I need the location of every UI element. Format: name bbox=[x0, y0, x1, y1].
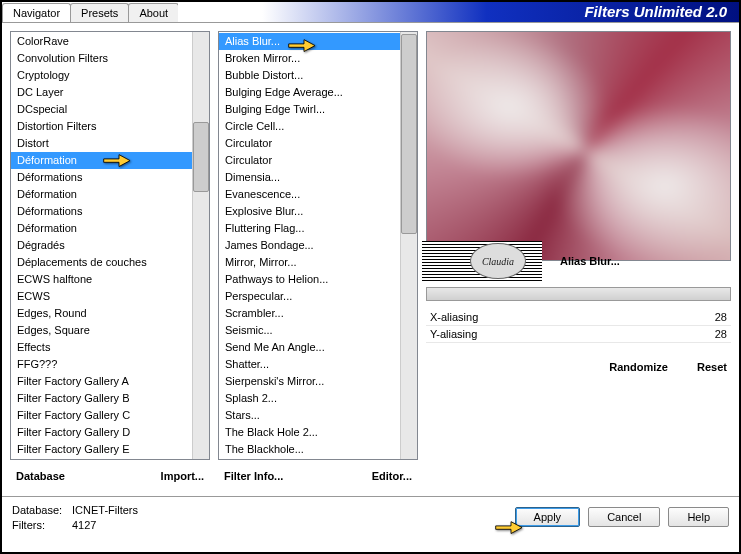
category-item[interactable]: Filter Factory Gallery E bbox=[11, 441, 192, 458]
category-item[interactable]: FFG??? bbox=[11, 356, 192, 373]
category-item[interactable]: Distort bbox=[11, 135, 192, 152]
category-item[interactable]: Filter Factory Gallery C bbox=[11, 407, 192, 424]
filter-item[interactable]: Dimensia... bbox=[219, 169, 400, 186]
category-item[interactable]: ECWS bbox=[11, 288, 192, 305]
filter-count: 4127 bbox=[72, 519, 96, 531]
category-item[interactable]: Déplacements de couches bbox=[11, 254, 192, 271]
filter-item[interactable]: Bubble Distort... bbox=[219, 67, 400, 84]
category-item[interactable]: Déformation bbox=[11, 186, 192, 203]
category-item[interactable]: Filter Factory Gallery A bbox=[11, 373, 192, 390]
param-name: X-aliasing bbox=[430, 311, 478, 323]
filter-item[interactable]: Seismic... bbox=[219, 322, 400, 339]
scroll-thumb[interactable] bbox=[401, 34, 417, 234]
category-item[interactable]: Déformation bbox=[11, 220, 192, 237]
filter-item[interactable]: Circulator bbox=[219, 152, 400, 169]
filter-item[interactable]: Scrambler... bbox=[219, 305, 400, 322]
category-item[interactable]: Convolution Filters bbox=[11, 50, 192, 67]
param-value: 28 bbox=[715, 311, 727, 323]
filter-item[interactable]: Broken Mirror... bbox=[219, 50, 400, 67]
status-info: Database:ICNET-Filters Filters:4127 bbox=[12, 503, 138, 546]
category-item[interactable]: Déformations bbox=[11, 203, 192, 220]
category-item[interactable]: ColorRave bbox=[11, 33, 192, 50]
category-scrollbar[interactable] bbox=[192, 32, 209, 459]
stamp-logo: Claudia bbox=[470, 243, 526, 279]
param-row[interactable]: Y-aliasing28 bbox=[426, 326, 731, 343]
reset-button[interactable]: Reset bbox=[693, 359, 731, 375]
parameter-list: X-aliasing28Y-aliasing28 bbox=[426, 309, 731, 343]
category-item[interactable]: Edges, Square bbox=[11, 322, 192, 339]
progress-bar bbox=[426, 287, 731, 301]
category-item[interactable]: Distortion Filters bbox=[11, 118, 192, 135]
filter-item[interactable]: James Bondage... bbox=[219, 237, 400, 254]
filter-item[interactable]: Fluttering Flag... bbox=[219, 220, 400, 237]
param-name: Y-aliasing bbox=[430, 328, 477, 340]
filter-item[interactable]: Evanescence... bbox=[219, 186, 400, 203]
filter-item[interactable]: Sierpenski's Mirror... bbox=[219, 373, 400, 390]
database-button[interactable]: Database bbox=[12, 468, 69, 484]
category-item[interactable]: ECWS halftone bbox=[11, 271, 192, 288]
app-title: Filters Unlimited 2.0 bbox=[178, 2, 739, 22]
filter-item[interactable]: The Black Hole 2... bbox=[219, 424, 400, 441]
filter-item[interactable]: Explosive Blur... bbox=[219, 203, 400, 220]
category-item[interactable]: Filter Factory Gallery D bbox=[11, 424, 192, 441]
editor-button[interactable]: Editor... bbox=[368, 468, 416, 484]
filter-item[interactable]: Stars... bbox=[219, 407, 400, 424]
filter-item[interactable]: Splash 2... bbox=[219, 390, 400, 407]
filter-item[interactable]: The Blackhole... bbox=[219, 441, 400, 458]
import-button[interactable]: Import... bbox=[157, 468, 208, 484]
randomize-button[interactable]: Randomize bbox=[605, 359, 672, 375]
filter-list[interactable]: Alias Blur...Broken Mirror...Bubble Dist… bbox=[218, 31, 418, 460]
apply-button[interactable]: Apply bbox=[515, 507, 581, 527]
category-item[interactable]: Déformation bbox=[11, 152, 192, 169]
filter-item[interactable]: Send Me An Angle... bbox=[219, 339, 400, 356]
preview-image bbox=[426, 31, 731, 261]
filter-item[interactable]: Shatter... bbox=[219, 356, 400, 373]
tab-about[interactable]: About bbox=[128, 3, 179, 22]
filter-item[interactable]: Perspecular... bbox=[219, 288, 400, 305]
category-list[interactable]: ColorRaveConvolution FiltersCryptologyDC… bbox=[10, 31, 210, 460]
selected-filter-name: Alias Blur... bbox=[542, 255, 731, 267]
category-item[interactable]: Filter Factory Gallery B bbox=[11, 390, 192, 407]
category-item[interactable]: Cryptology bbox=[11, 67, 192, 84]
filter-scrollbar[interactable] bbox=[400, 32, 417, 459]
category-item[interactable]: Edges, Round bbox=[11, 305, 192, 322]
category-item[interactable]: DC Layer bbox=[11, 84, 192, 101]
tab-navigator[interactable]: Navigator bbox=[2, 3, 71, 22]
filter-item[interactable]: Mirror, Mirror... bbox=[219, 254, 400, 271]
database-name: ICNET-Filters bbox=[72, 504, 138, 516]
filter-item[interactable]: Circulator bbox=[219, 135, 400, 152]
filter-item[interactable]: Bulging Edge Average... bbox=[219, 84, 400, 101]
filter-item[interactable]: Circle Cell... bbox=[219, 118, 400, 135]
cancel-button[interactable]: Cancel bbox=[588, 507, 660, 527]
filter-item[interactable]: Bulging Edge Twirl... bbox=[219, 101, 400, 118]
param-value: 28 bbox=[715, 328, 727, 340]
tab-bar: Navigator Presets About bbox=[2, 2, 178, 22]
watermark: Claudia Alias Blur... bbox=[422, 239, 731, 283]
filter-item[interactable]: Alias Blur... bbox=[219, 33, 400, 50]
tab-presets[interactable]: Presets bbox=[70, 3, 129, 22]
filter-info-button[interactable]: Filter Info... bbox=[220, 468, 287, 484]
category-item[interactable]: Dégradés bbox=[11, 237, 192, 254]
category-item[interactable]: Déformations bbox=[11, 169, 192, 186]
category-item[interactable]: Effects bbox=[11, 339, 192, 356]
param-row[interactable]: X-aliasing28 bbox=[426, 309, 731, 326]
filter-item[interactable]: Pathways to Helion... bbox=[219, 271, 400, 288]
help-button[interactable]: Help bbox=[668, 507, 729, 527]
category-item[interactable]: DCspecial bbox=[11, 101, 192, 118]
scroll-thumb[interactable] bbox=[193, 122, 209, 192]
